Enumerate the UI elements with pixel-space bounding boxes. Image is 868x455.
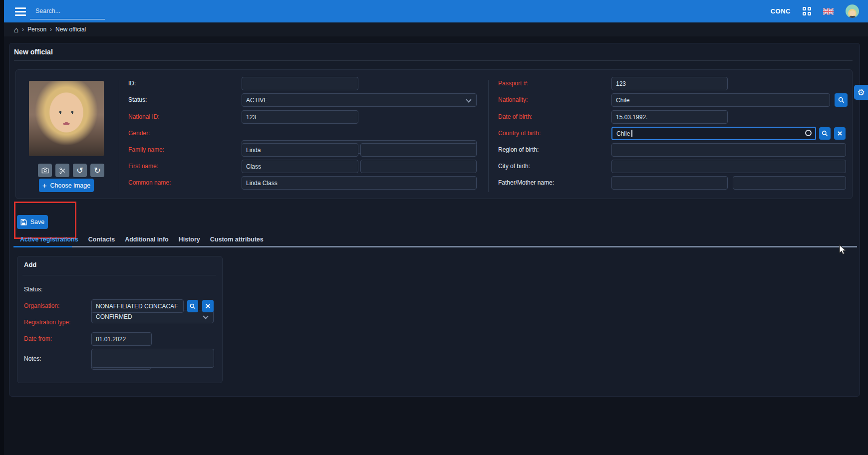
mother-name-input[interactable] xyxy=(733,176,846,190)
search-icon xyxy=(822,130,828,137)
family-name-input[interactable] xyxy=(242,143,358,157)
person-photo xyxy=(29,81,104,156)
nationality-input[interactable] xyxy=(611,93,830,107)
breadcrumb-new-official[interactable]: New official xyxy=(55,26,86,33)
status-select[interactable]: ACTIVE xyxy=(242,93,477,107)
save-button[interactable]: Save xyxy=(17,215,48,229)
family-name-alt-input[interactable] xyxy=(360,143,477,157)
father-mother-label: Father/Mother name: xyxy=(498,176,554,190)
search-icon xyxy=(190,303,196,309)
date-from-input[interactable] xyxy=(91,332,152,346)
date-of-birth-label: Date of birth: xyxy=(498,110,533,124)
photo-tool-row: ↺ ↻ xyxy=(38,164,104,177)
topbar-right-cluster: CONC xyxy=(771,0,859,22)
rotate-left-icon[interactable]: ↺ xyxy=(73,164,87,177)
window-edge-strip xyxy=(0,0,4,455)
gender-label: Gender: xyxy=(128,127,150,140)
add-status-value: CONFIRMED xyxy=(96,313,132,320)
national-id-input[interactable] xyxy=(242,110,358,124)
org-code-label: CONC xyxy=(771,7,791,15)
date-from-label: Date from: xyxy=(24,332,52,346)
notes-label: Notes: xyxy=(24,352,41,366)
tab-additional-info[interactable]: Additional info xyxy=(125,236,168,243)
country-of-birth-input[interactable] xyxy=(611,127,816,140)
save-label: Save xyxy=(30,219,45,226)
top-navigation-bar: CONC xyxy=(4,0,868,22)
settings-gear-icon[interactable]: ⚙ xyxy=(854,85,868,100)
add-panel-divider xyxy=(22,275,216,275)
tab-history[interactable]: History xyxy=(179,236,200,243)
chevron-down-icon xyxy=(466,97,471,102)
tab-contacts[interactable]: Contacts xyxy=(88,236,115,243)
nationality-search-button[interactable] xyxy=(835,93,848,107)
nationality-label: Nationality: xyxy=(498,93,528,107)
passport-input[interactable] xyxy=(611,77,728,90)
tab-active-registrations[interactable]: Active registrations xyxy=(20,236,78,243)
page-title: New official xyxy=(14,48,53,56)
country-of-birth-field xyxy=(611,127,816,140)
date-of-birth-input[interactable] xyxy=(611,110,728,124)
menu-hamburger-icon[interactable] xyxy=(15,4,30,19)
family-name-label: Family name: xyxy=(128,143,164,157)
first-name-alt-input[interactable] xyxy=(360,160,477,173)
city-of-birth-input[interactable] xyxy=(611,160,846,173)
plus-icon: + xyxy=(42,182,47,189)
search-input[interactable] xyxy=(34,7,117,15)
country-search-button[interactable] xyxy=(819,127,831,140)
country-clear-button[interactable]: × xyxy=(834,127,846,140)
national-id-label: National ID: xyxy=(128,110,160,124)
city-of-birth-label: City of birth: xyxy=(498,160,530,173)
passport-label: Passport #: xyxy=(498,77,529,90)
breadcrumb-person[interactable]: Person xyxy=(27,26,46,33)
common-name-label: Common name: xyxy=(128,176,171,190)
close-icon: × xyxy=(838,129,843,138)
country-of-birth-label: Country of birth: xyxy=(498,127,541,140)
tab-underline-track xyxy=(13,246,857,247)
region-of-birth-label: Region of birth: xyxy=(498,143,539,157)
uk-flag-language-icon[interactable] xyxy=(823,8,834,15)
organisation-input[interactable] xyxy=(91,299,184,313)
rotate-right-icon[interactable]: ↻ xyxy=(90,164,104,177)
notes-textarea[interactable] xyxy=(91,349,214,368)
column-divider xyxy=(488,80,489,192)
father-name-input[interactable] xyxy=(611,176,728,190)
chevron-down-icon xyxy=(203,313,208,319)
status-value: ACTIVE xyxy=(246,97,268,104)
tab-custom-attributes[interactable]: Custom attributes xyxy=(210,236,264,243)
crop-scissors-icon[interactable] xyxy=(55,164,69,177)
first-name-input[interactable] xyxy=(242,160,358,173)
title-divider xyxy=(14,60,853,61)
id-label: ID: xyxy=(128,77,136,90)
id-input[interactable] xyxy=(242,77,358,90)
first-name-label: First name: xyxy=(128,160,158,173)
user-avatar[interactable] xyxy=(846,4,859,18)
region-of-birth-input[interactable] xyxy=(611,143,846,157)
close-icon: × xyxy=(206,302,211,310)
choose-image-label: Choose image xyxy=(50,182,91,189)
password-manager-icon[interactable] xyxy=(805,130,812,136)
organisation-label: Organisation: xyxy=(24,299,59,313)
common-name-input[interactable] xyxy=(242,176,477,190)
breadcrumb-separator: › xyxy=(22,26,24,33)
camera-icon[interactable] xyxy=(38,164,52,177)
breadcrumb: ⌂ › Person › New official xyxy=(4,22,868,36)
status-label: Status: xyxy=(128,93,147,107)
apps-grid-icon[interactable] xyxy=(803,7,811,15)
global-search xyxy=(30,3,105,19)
home-icon[interactable]: ⌂ xyxy=(14,26,18,33)
add-status-label: Status: xyxy=(24,283,42,296)
choose-image-button[interactable]: + Choose image xyxy=(39,179,94,192)
organisation-search-button[interactable] xyxy=(187,300,198,312)
column-divider xyxy=(119,80,119,192)
text-caret xyxy=(631,130,632,137)
app-window: CONC ⌂ › Person › New official New offic… xyxy=(0,0,868,455)
tab-bar: Active registrations Contacts Additional… xyxy=(20,236,264,243)
add-panel-title: Add xyxy=(24,261,36,268)
active-tab-underline xyxy=(13,246,72,247)
organisation-clear-button[interactable]: × xyxy=(202,300,214,312)
registration-type-label: Registration type: xyxy=(24,316,70,329)
search-icon xyxy=(838,97,845,103)
breadcrumb-separator: › xyxy=(50,26,52,33)
save-floppy-icon xyxy=(20,219,27,226)
